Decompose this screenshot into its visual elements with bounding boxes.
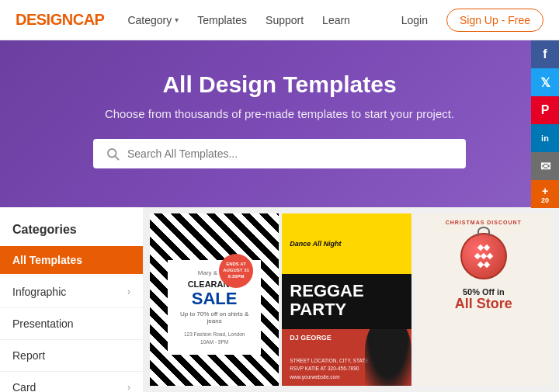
template-dance-label: Dance All Night [290,240,341,248]
nav-templates[interactable]: Templates [197,14,247,26]
search-icon [106,147,120,161]
template-event-info: STREET LOCATION, CITY, STATE RSVP KATIE … [290,357,368,381]
logo[interactable]: DESIGNCAP [16,11,104,29]
nav-links: Category ▾ Templates Support Learn [127,14,391,26]
sidebar-item-infographic[interactable]: Infographic › [0,278,143,306]
template-sale-text: SALE [175,290,253,307]
divider [0,276,143,276]
twitter-share-button[interactable]: 𝕏 [531,68,559,96]
logo-accent: CAP [73,11,105,28]
template-address: 123 Fashion Road, London10AM - 9PM [175,331,253,346]
template-mid-band: REGGAE PARTY [282,274,411,329]
template-card-reggae-party[interactable]: Dance All Night REGGAE PARTY DJ GEORGE S… [282,213,411,386]
content-section: Categories All Templates Infographic › P… [0,207,559,392]
template-ornament [460,233,507,279]
hero-section: All Design Templates Choose from thousan… [0,40,559,207]
social-sidebar: f 𝕏 P in ✉ + 20 [531,40,559,208]
divider [0,339,143,340]
search-bar[interactable] [93,139,466,168]
template-store-label: All Store [455,297,512,310]
email-share-button[interactable]: ✉ [531,152,559,180]
hero-title: All Design Templates [16,71,543,98]
categories-title: Categories [0,223,143,246]
template-badge: ENDS ATAUGUST 319:30PM [219,254,253,288]
sidebar-item-report[interactable]: Report [0,342,143,369]
sidebar-item-all-templates[interactable]: All Templates [0,246,143,274]
svg-line-1 [115,156,118,159]
template-content: ENDS ATAUGUST 319:30PM Mary & Max CLEARA… [168,260,261,356]
nav-category[interactable]: Category ▾ [127,14,179,26]
template-reggae-text: REGGAE [290,283,363,300]
template-silhouette [365,329,411,386]
more-share-button[interactable]: + 20 [531,180,559,208]
hero-subtitle: Choose from thousands of pre-made templa… [16,107,543,120]
nav-actions: Login Sign Up - Free [392,9,543,32]
pinterest-share-button[interactable]: P [531,96,559,124]
template-card-clearance-sale[interactable]: ENDS ATAUGUST 319:30PM Mary & Max CLEARA… [150,213,279,386]
template-card-christmas[interactable]: CHRISTMAS DISCOUNT [415,213,553,386]
login-button[interactable]: Login [392,9,437,31]
template-party-text: PARTY [290,300,363,320]
chevron-right-icon: › [127,382,130,392]
facebook-share-button[interactable]: f [531,40,559,68]
template-bot-band: DJ GEORGE STREET LOCATION, CITY, STATE R… [282,329,411,386]
sidebar-item-card[interactable]: Card › [0,373,143,392]
divider [0,307,143,308]
template-christmas-label: CHRISTMAS DISCOUNT [446,220,522,225]
nav-learn[interactable]: Learn [322,14,350,26]
templates-grid: ENDS ATAUGUST 319:30PM Mary & Max CLEARA… [144,207,559,392]
template-top-band: Dance All Night [282,213,411,274]
nav-support[interactable]: Support [266,14,304,26]
signup-button[interactable]: Sign Up - Free [446,9,543,32]
app-container: DESIGNCAP Category ▾ Templates Support L… [0,0,559,392]
divider [0,371,143,372]
navbar: DESIGNCAP Category ▾ Templates Support L… [0,0,559,40]
search-input[interactable] [127,147,453,160]
chevron-down-icon: ▾ [175,16,179,24]
logo-text: DESIGN [16,11,73,28]
sidebar-item-presentation[interactable]: Presentation [0,310,143,338]
categories-sidebar: Categories All Templates Infographic › P… [0,207,144,392]
template-sale-sub: Up to 70% off on shirts & jeans [175,310,253,324]
template-dj-name: DJ GEORGE [290,334,332,342]
linkedin-share-button[interactable]: in [531,124,559,152]
chevron-right-icon: › [127,286,130,297]
